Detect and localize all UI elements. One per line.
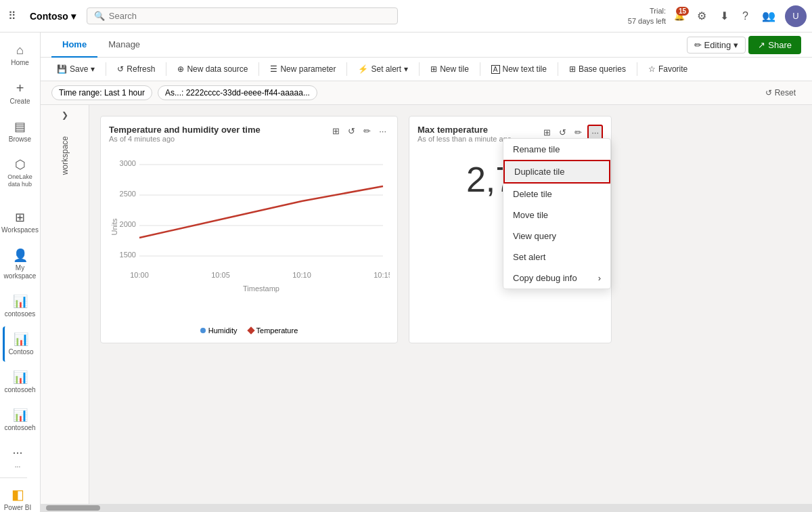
sidebar-item-workspaces[interactable]: ⊞ Workspaces	[3, 205, 38, 240]
sidebar-item-contosoeh1[interactable]: 📊 contosoeh	[3, 364, 38, 400]
separator7	[558, 62, 558, 76]
tab-manage[interactable]: Manage	[97, 33, 151, 58]
kpi-grid-icon[interactable]: ⊞	[541, 126, 554, 139]
chart-grid-icon[interactable]: ⊞	[330, 125, 342, 137]
workspace-selector[interactable]: Contoso ▾	[24, 8, 81, 24]
new-tile-button[interactable]: ⊞ New tile	[425, 62, 474, 77]
new-parameter-button[interactable]: ☰ New parameter	[265, 62, 341, 77]
save-button[interactable]: 💾 Save ▾	[51, 62, 100, 77]
sidebar-item-onelake[interactable]: ⬡ OneLake data hub	[3, 152, 38, 194]
svg-text:10:15: 10:15	[374, 271, 390, 279]
new-data-source-button[interactable]: ⊕ New data source	[172, 62, 253, 77]
search-input[interactable]	[109, 11, 390, 21]
search-box[interactable]: 🔍	[87, 7, 398, 24]
svg-text:2000: 2000	[120, 220, 136, 228]
sidebar-item-my-workspace[interactable]: 👤 My workspace	[3, 242, 38, 286]
kpi-edit-icon[interactable]: ✏	[572, 126, 585, 139]
alert-chevron-icon: ▾	[404, 64, 408, 74]
browse-icon: ▤	[14, 119, 26, 134]
svg-text:Timestamp: Timestamp	[243, 284, 279, 293]
chart-more-icon[interactable]: ···	[376, 125, 389, 137]
contoso-icon: 📊	[14, 332, 28, 347]
kpi-tile-subtitle: As of less than a minute ago	[418, 135, 512, 143]
editing-button[interactable]: ✏ Editing ▾	[687, 37, 746, 54]
avatar[interactable]: U	[785, 5, 807, 27]
home-icon: ⌂	[16, 43, 24, 58]
notifications-button[interactable]: 🔔 15	[671, 8, 687, 24]
legend-temperature: Temperature	[248, 326, 298, 335]
svg-text:10:00: 10:00	[130, 271, 149, 279]
more-icon: ···	[12, 446, 22, 460]
favorite-button[interactable]: ☆ Favorite	[643, 62, 693, 77]
sidebar-item-browse[interactable]: ▤ Browse	[3, 114, 38, 149]
sidebar-item-contoso[interactable]: 📊 Contoso	[3, 326, 38, 362]
download-icon[interactable]: ⬇	[716, 5, 733, 26]
as-filter[interactable]: As...: 2222cccc-33dd-eeee-ff44-aaaaa...	[158, 85, 317, 100]
chart-edit-icon[interactable]: ✏	[361, 125, 374, 137]
set-alert-button[interactable]: ⚡ Set alert ▾	[353, 62, 413, 77]
menu-item-view-query[interactable]: View query	[503, 226, 610, 247]
kpi-refresh-icon[interactable]: ↺	[556, 126, 569, 139]
menu-item-set-alert[interactable]: Set alert	[503, 247, 610, 268]
sidebar-item-create[interactable]: + Create	[3, 75, 38, 111]
chart-tile-actions: ⊞ ↺ ✏ ···	[330, 125, 389, 137]
kpi-tile-title: Max temperature	[418, 125, 512, 135]
tab-home[interactable]: Home	[51, 33, 97, 58]
menu-item-duplicate[interactable]: Duplicate tile	[503, 160, 610, 184]
base-queries-button[interactable]: ⊞ Base queries	[564, 62, 631, 77]
menu-item-rename[interactable]: Rename tile	[503, 139, 610, 160]
refresh-icon: ↺	[117, 64, 124, 74]
save-icon: 💾	[57, 64, 67, 74]
pencil-icon: ✏	[694, 40, 702, 50]
pages-toggle[interactable]: ❯	[56, 105, 74, 125]
dashboard-canvas: Temperature and humidity over time As of…	[89, 105, 812, 504]
pages-sidebar: ❯ workspace	[41, 105, 89, 504]
scroll-thumb[interactable]	[46, 505, 100, 511]
queries-icon: ⊞	[569, 64, 576, 74]
sidebar-item-contosoeh2[interactable]: 📊 contosoeh	[3, 402, 38, 438]
tiles-row: Temperature and humidity over time As of…	[100, 116, 801, 343]
temperature-chart: 3000 2500 2000 1500 Units	[109, 146, 390, 322]
contosoeh1-icon: 📊	[13, 370, 28, 385]
menu-item-move[interactable]: Move tile	[503, 205, 610, 226]
svg-text:Units: Units	[110, 218, 118, 236]
text-icon: A	[491, 65, 500, 74]
grid-icon[interactable]: ⠿	[5, 7, 19, 25]
sidebar-item-more[interactable]: ··· ...	[0, 440, 35, 475]
menu-item-delete[interactable]: Delete tile	[503, 184, 610, 205]
chart-refresh-icon[interactable]: ↺	[345, 125, 358, 137]
notification-badge: 15	[676, 7, 689, 16]
contosoeh2-icon: 📊	[13, 408, 28, 423]
separator5	[419, 62, 420, 76]
horizontal-scrollbar[interactable]	[41, 504, 812, 512]
workspaces-icon: ⊞	[15, 210, 25, 225]
sidebar-item-home[interactable]: ⌂ Home	[3, 38, 38, 72]
share-button[interactable]: ↗ Share	[748, 36, 801, 54]
chart-legend: Humidity Temperature	[109, 326, 389, 335]
datasource-icon: ⊕	[177, 64, 184, 74]
chart-tile-subtitle: As of 4 minutes ago	[109, 135, 261, 143]
share-people-icon[interactable]: 👥	[758, 5, 780, 26]
settings-icon[interactable]: ⚙	[693, 5, 710, 26]
separator2	[166, 62, 166, 76]
editing-chevron-icon: ▾	[734, 40, 738, 50]
reset-button[interactable]: ↺ Reset	[760, 85, 801, 100]
contosoes-icon: 📊	[13, 294, 28, 309]
humidity-dot	[200, 328, 206, 333]
refresh-button[interactable]: ↺ Refresh	[112, 62, 160, 77]
my-workspace-icon: 👤	[13, 248, 28, 263]
time-range-filter[interactable]: Time range: Last 1 hour	[51, 85, 152, 100]
new-text-button[interactable]: A New text tile	[486, 62, 552, 77]
separator1	[106, 62, 106, 76]
star-icon: ☆	[648, 64, 656, 74]
tile-icon: ⊞	[430, 64, 437, 74]
reset-icon: ↺	[765, 88, 772, 98]
create-icon: +	[16, 81, 24, 96]
menu-item-copy-debug[interactable]: Copy debug info ›	[503, 268, 610, 289]
left-sidebar: ⌂ Home + Create ▤ Browse ⬡ OneLake data …	[0, 33, 41, 512]
temperature-diamond	[247, 326, 254, 334]
sidebar-item-powerbi[interactable]: ◧ Power BI	[0, 481, 35, 512]
sidebar-item-contosoes[interactable]: 📊 contosoes	[3, 289, 38, 324]
chart-tile: Temperature and humidity over time As of…	[100, 116, 398, 343]
help-icon[interactable]: ?	[738, 6, 752, 26]
